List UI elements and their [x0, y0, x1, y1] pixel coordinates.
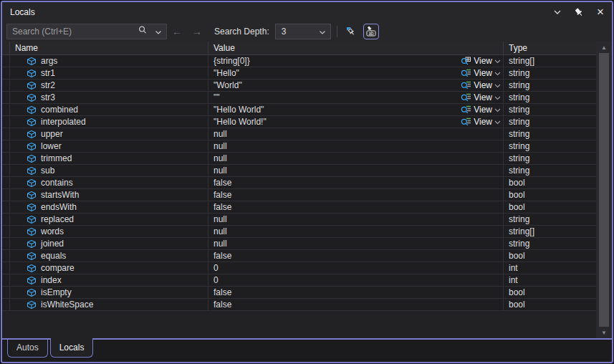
name-cell[interactable]: replaced: [10, 214, 208, 225]
column-header-type[interactable]: Type: [504, 42, 593, 54]
type-cell[interactable]: string: [504, 116, 593, 128]
scrollbar-thumb[interactable]: [599, 53, 609, 327]
view-button[interactable]: View: [461, 116, 501, 128]
name-cell[interactable]: compare: [10, 262, 208, 274]
table-row[interactable]: combined "Hello World": [2, 104, 596, 116]
value-cell[interactable]: "World": [208, 80, 504, 91]
column-header-value[interactable]: Value: [208, 42, 504, 54]
table-row[interactable]: replaced null string: [2, 214, 596, 226]
name-cell[interactable]: interpolated: [10, 116, 208, 128]
name-cell[interactable]: joined: [10, 238, 208, 249]
table-row[interactable]: words null string[]: [2, 226, 596, 238]
value-cell[interactable]: null: [208, 153, 504, 164]
view-button[interactable]: View: [461, 80, 501, 91]
search-input[interactable]: [12, 27, 138, 37]
value-cell[interactable]: null: [208, 238, 504, 249]
type-cell[interactable]: string: [504, 67, 593, 79]
table-row[interactable]: args {string[0]}: [2, 55, 596, 67]
value-cell[interactable]: "Hello World!": [208, 116, 504, 128]
pin-filter-icon[interactable]: [343, 24, 359, 39]
table-row[interactable]: trimmed null string: [2, 153, 596, 165]
type-cell[interactable]: string: [504, 153, 593, 164]
search-forward-icon[interactable]: →: [192, 26, 202, 37]
name-cell[interactable]: upper: [10, 128, 208, 140]
scroll-up-icon[interactable]: ▲: [596, 42, 612, 53]
type-cell[interactable]: int: [504, 262, 593, 274]
type-cell[interactable]: bool: [504, 177, 593, 188]
view-button[interactable]: View: [461, 67, 501, 79]
table-row[interactable]: joined null string: [2, 238, 596, 250]
type-cell[interactable]: string: [504, 128, 593, 140]
pinned-members-ab-icon[interactable]: ab: [363, 24, 379, 39]
type-cell[interactable]: string[]: [504, 226, 593, 237]
search-depth-dropdown[interactable]: 3: [275, 24, 331, 39]
table-row[interactable]: interpolated "Hello World!": [2, 116, 596, 128]
pin-icon[interactable]: [573, 6, 585, 18]
table-row[interactable]: compare 0 int: [2, 262, 596, 274]
type-cell[interactable]: string: [504, 104, 593, 115]
scroll-down-icon[interactable]: ▼: [596, 327, 612, 338]
name-cell[interactable]: isEmpty: [10, 287, 208, 298]
table-row[interactable]: lower null string: [2, 140, 596, 153]
value-cell[interactable]: false: [208, 201, 504, 213]
type-cell[interactable]: string: [504, 140, 593, 152]
type-cell[interactable]: bool: [504, 189, 593, 201]
name-cell[interactable]: index: [10, 274, 208, 286]
window-position-chevron-icon[interactable]: [552, 6, 563, 18]
name-cell[interactable]: str2: [10, 80, 208, 91]
name-cell[interactable]: isWhiteSpace: [10, 299, 208, 310]
value-cell[interactable]: null: [208, 128, 504, 140]
value-cell[interactable]: "Hello": [208, 67, 504, 79]
view-button[interactable]: View: [461, 104, 501, 115]
type-cell[interactable]: string[]: [504, 55, 593, 67]
table-row[interactable]: str3 "": [2, 92, 596, 104]
name-cell[interactable]: args: [10, 55, 208, 67]
table-row[interactable]: isWhiteSpace false bool: [2, 299, 596, 311]
value-cell[interactable]: "": [208, 92, 504, 103]
value-cell[interactable]: null: [208, 140, 504, 152]
name-cell[interactable]: lower: [10, 140, 208, 152]
value-cell[interactable]: false: [208, 177, 504, 188]
type-cell[interactable]: bool: [504, 201, 593, 213]
type-cell[interactable]: bool: [504, 299, 593, 310]
view-button[interactable]: View: [461, 92, 501, 103]
value-cell[interactable]: {string[0]}: [208, 55, 504, 67]
view-button[interactable]: View: [461, 55, 501, 67]
type-cell[interactable]: string: [504, 214, 593, 225]
name-cell[interactable]: startsWith: [10, 189, 208, 201]
value-cell[interactable]: false: [208, 189, 504, 201]
table-row[interactable]: str2 "World": [2, 80, 596, 92]
search-options-chevron-icon[interactable]: [155, 25, 162, 38]
name-cell[interactable]: trimmed: [10, 153, 208, 164]
value-cell[interactable]: 0: [208, 274, 504, 286]
table-row[interactable]: endsWith false bool: [2, 201, 596, 214]
search-icon[interactable]: [138, 25, 148, 38]
search-back-icon[interactable]: ←: [172, 26, 182, 37]
tab-autos[interactable]: Autos: [7, 340, 48, 358]
name-cell[interactable]: endsWith: [10, 201, 208, 213]
table-row[interactable]: upper null string: [2, 128, 596, 140]
value-cell[interactable]: 0: [208, 262, 504, 274]
table-row[interactable]: contains false bool: [2, 177, 596, 189]
value-cell[interactable]: "Hello World": [208, 104, 504, 115]
table-row[interactable]: isEmpty false bool: [2, 287, 596, 299]
tab-locals[interactable]: Locals: [50, 338, 94, 358]
type-cell[interactable]: string: [504, 165, 593, 176]
table-row[interactable]: sub null string: [2, 165, 596, 177]
vertical-scrollbar[interactable]: ▲ ▼: [596, 42, 612, 338]
table-row[interactable]: str1 "Hello": [2, 67, 596, 80]
type-cell[interactable]: string: [504, 238, 593, 249]
value-cell[interactable]: null: [208, 226, 504, 237]
value-cell[interactable]: false: [208, 299, 504, 310]
type-cell[interactable]: string: [504, 92, 593, 103]
table-row[interactable]: index 0 int: [2, 274, 596, 287]
table-row[interactable]: startsWith false bool: [2, 189, 596, 201]
name-cell[interactable]: str1: [10, 67, 208, 79]
close-icon[interactable]: ×: [595, 6, 606, 18]
type-cell[interactable]: bool: [504, 250, 593, 262]
name-cell[interactable]: str3: [10, 92, 208, 103]
type-cell[interactable]: string: [504, 80, 593, 91]
value-cell[interactable]: false: [208, 287, 504, 298]
name-cell[interactable]: words: [10, 226, 208, 237]
name-cell[interactable]: sub: [10, 165, 208, 176]
